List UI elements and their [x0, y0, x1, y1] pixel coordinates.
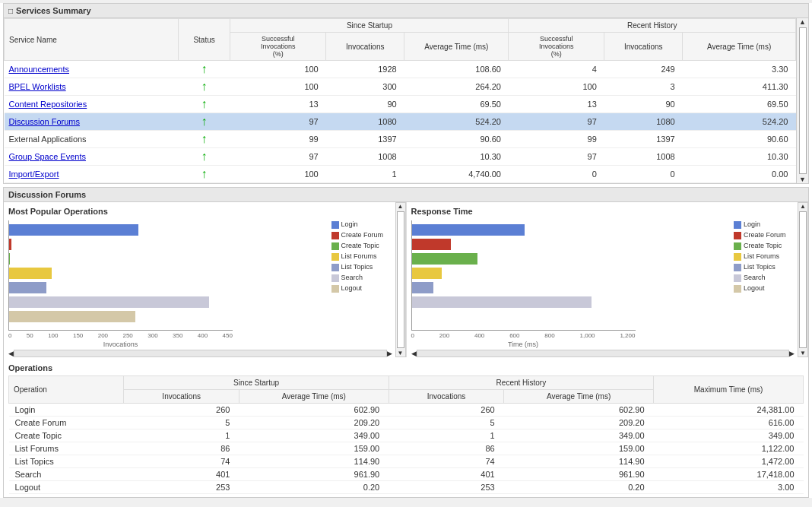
service-row: Import/Export↑10014,740.00000.00	[5, 166, 796, 183]
services-summary-header: □ Services Summary	[4, 4, 808, 18]
service-link[interactable]: Group Space Events	[9, 152, 87, 161]
axis-tick: 0	[411, 332, 414, 339]
legend-color-box	[734, 242, 741, 250]
services-scrollbar[interactable]: ▲ ▼	[796, 18, 808, 183]
axis-tick: 250	[122, 332, 132, 339]
legend-item: List Topics	[734, 263, 795, 271]
service-data-cell: 524.20	[404, 113, 509, 131]
operation-cell: 1	[124, 429, 239, 442]
operation-row: Create Topic1349.001349.00349.00	[9, 429, 804, 442]
scroll-down-button[interactable]: ▼	[799, 176, 806, 183]
axis-tick: 400	[198, 332, 208, 339]
service-data-cell: 0	[604, 166, 683, 183]
operation-row: List Forums86159.0086159.001,122.00	[9, 442, 804, 455]
th-rh-inv: Invocations	[604, 33, 683, 61]
right-vscroll[interactable]: ▲ ▼	[798, 202, 808, 357]
service-data-cell: 3.30	[683, 61, 796, 78]
service-name-cell: BPEL Worklists	[5, 78, 179, 96]
axis-tick: 450	[223, 332, 233, 339]
legend-item: List Topics	[331, 263, 392, 271]
operation-cell: 602.90	[239, 404, 389, 417]
chart-hscroll[interactable]: ◀ ▶	[8, 350, 392, 357]
service-data-cell: 249	[604, 61, 683, 78]
right-vscroll-up[interactable]: ▲	[800, 203, 806, 210]
service-data-cell: 69.50	[404, 96, 509, 113]
legend-item: Create Topic	[734, 242, 795, 250]
th-op-ss-inv: Invocations	[124, 390, 239, 404]
service-link[interactable]: BPEL Worklists	[9, 82, 66, 91]
discussion-forums-panel: Discussion Forums Most Popular Operation…	[3, 187, 809, 498]
operation-cell: 602.90	[504, 404, 654, 417]
legend-item: Logout	[734, 284, 795, 293]
service-data-cell: 1928	[326, 61, 404, 78]
operation-cell: 349.00	[654, 429, 804, 442]
service-link[interactable]: Discussion Forums	[9, 117, 81, 126]
status-up-icon: ↑	[201, 97, 208, 110]
operation-cell: 159.00	[239, 442, 389, 455]
right-chart-hscroll[interactable]: ◀ ▶	[411, 350, 795, 357]
right-vscroll-down[interactable]: ▼	[800, 350, 806, 356]
service-data-cell: 1080	[326, 113, 404, 131]
service-name-cell: Content Repositories	[5, 96, 179, 113]
legend-label: List Topics	[744, 263, 776, 271]
operation-cell: 74	[389, 455, 503, 468]
legend-color-box	[734, 221, 741, 229]
service-link[interactable]: Import/Export	[9, 170, 59, 179]
right-scroll-left[interactable]: ◀	[411, 350, 417, 357]
operation-cell: 961.90	[239, 468, 389, 481]
service-data-cell: 0.00	[683, 166, 796, 183]
operation-cell: Logout	[9, 481, 124, 494]
legend-color-box	[331, 221, 339, 229]
legend-label: Login	[341, 220, 358, 229]
operation-cell: 209.20	[239, 417, 389, 429]
service-data-cell: 100	[509, 78, 604, 96]
axis-tick: 300	[147, 332, 157, 339]
chart-bar	[412, 282, 433, 293]
scroll-right-button[interactable]: ▶	[387, 350, 392, 357]
response-time-title: Response Time	[411, 207, 795, 216]
th-ss-pct: SuccessfulInvocations(%)	[230, 33, 326, 61]
chart-bar	[9, 268, 52, 279]
operation-cell: Create Forum	[9, 417, 124, 429]
status-up-icon: ↑	[201, 62, 208, 75]
service-row: External Applications↑99139790.609913979…	[5, 131, 796, 148]
operation-cell: 961.90	[504, 468, 654, 481]
chart-bar	[412, 239, 451, 250]
scroll-up-button[interactable]: ▲	[799, 18, 806, 26]
expand-icon[interactable]: □	[8, 7, 13, 15]
service-link[interactable]: Content Repositories	[9, 100, 87, 109]
legend-item: List Forums	[734, 252, 795, 261]
service-row: Discussion Forums↑971080524.20971080524.…	[5, 113, 796, 131]
vscroll-down[interactable]: ▼	[398, 350, 404, 356]
legend-label: Create Topic	[744, 242, 782, 250]
service-data-cell: 90.60	[404, 131, 509, 148]
service-data-cell: 97	[509, 113, 604, 131]
service-status-cell: ↑	[178, 148, 230, 166]
scroll-left-button[interactable]: ◀	[8, 350, 14, 357]
vscroll-up[interactable]: ▲	[398, 203, 404, 210]
operation-cell: 0.20	[504, 481, 654, 494]
service-status-cell: ↑	[178, 166, 230, 183]
axis-tick: 350	[173, 332, 182, 339]
right-scroll-right[interactable]: ▶	[789, 350, 795, 357]
operation-cell: List Topics	[9, 455, 124, 468]
th-op-name: Operation	[9, 376, 124, 404]
axis-tick: 800	[544, 332, 554, 339]
operations-table: Operation Since Startup Recent History M…	[8, 375, 804, 494]
legend-label: Search	[744, 274, 766, 282]
th-status: Status	[178, 19, 230, 61]
operation-cell: 616.00	[654, 417, 804, 429]
service-name-cell: External Applications	[5, 131, 179, 148]
service-data-cell: 100	[230, 166, 326, 183]
axis-tick: 100	[48, 332, 58, 339]
service-row: Content Repositories↑139069.50139069.50	[5, 96, 796, 113]
left-vscroll[interactable]: ▲ ▼	[395, 202, 406, 357]
response-time-legend: LoginCreate ForumCreate TopicList Forums…	[734, 220, 795, 348]
legend-label: List Forums	[744, 252, 779, 261]
service-row: BPEL Worklists↑100300264.201003411.30	[5, 78, 796, 96]
service-link[interactable]: Announcements	[9, 65, 70, 74]
legend-color-box	[734, 274, 741, 282]
legend-color-box	[331, 253, 339, 261]
th-op-rh-avg: Average Time (ms)	[504, 390, 654, 404]
chart-bar	[9, 296, 209, 308]
